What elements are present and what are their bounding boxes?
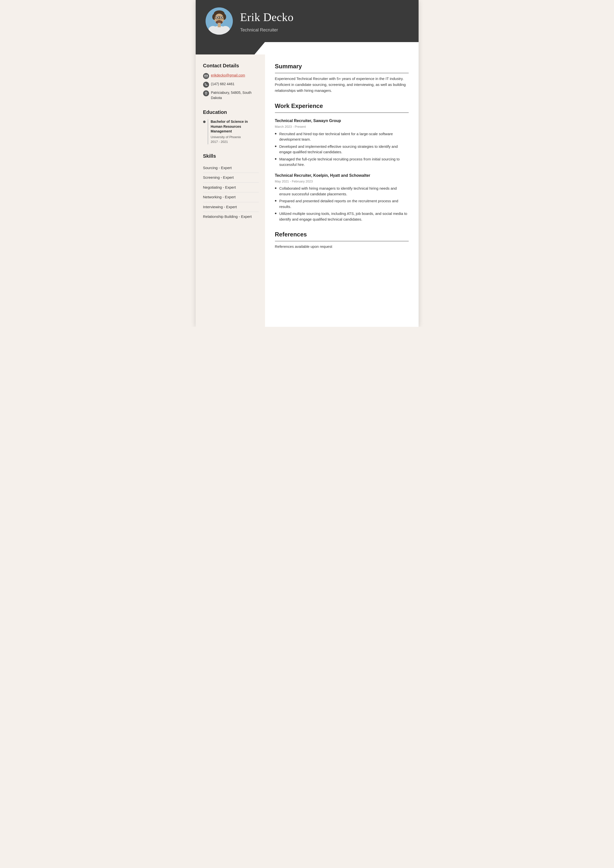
list-item: Prepared and presented detailed reports … — [275, 198, 409, 209]
bullet-dot-icon — [275, 200, 277, 202]
bullet-text: Collaborated with hiring managers to ide… — [280, 186, 409, 197]
svg-rect-19 — [218, 23, 221, 27]
skill-item: Interviewing - Expert — [203, 202, 259, 212]
bullet-text: Recruited and hired top-tier technical t… — [280, 131, 409, 143]
edu-years: 2017 - 2021 — [211, 140, 259, 144]
references-section: References References available upon req… — [275, 230, 409, 250]
chevron-shape — [196, 42, 265, 54]
chevron-divider — [196, 42, 418, 54]
header-info: Erik Decko Technical Recruiter — [240, 9, 409, 33]
contact-section: Contact Details erikdecko@gmail.com — [203, 62, 259, 101]
candidate-name: Erik Decko — [240, 9, 409, 26]
svg-point-8 — [216, 17, 218, 18]
location-icon — [203, 90, 209, 96]
skill-item: Networking - Expert — [203, 192, 259, 202]
work-experience-section-title: Work Experience — [275, 101, 409, 113]
edu-school: University of Phoenix — [211, 135, 259, 140]
bullet-text: Prepared and presented detailed reports … — [280, 198, 409, 209]
contact-section-title: Contact Details — [203, 62, 259, 69]
references-section-title: References — [275, 230, 409, 242]
list-item: Managed the full-cycle technical recruit… — [275, 157, 409, 167]
avatar — [205, 8, 233, 35]
svg-point-9 — [221, 17, 222, 18]
summary-section: Summary Experienced Technical Recruiter … — [275, 62, 409, 94]
skill-item: Sourcing - Expert — [203, 163, 259, 173]
svg-point-21 — [205, 93, 206, 93]
skill-item: Relationship Building - Expert — [203, 212, 259, 222]
job-entry: Technical Recruiter, Koelpin, Hyatt and … — [275, 172, 409, 222]
svg-point-17 — [208, 26, 218, 33]
bullet-dot-icon — [275, 158, 277, 160]
summary-text: Experienced Technical Recruiter with 5+ … — [275, 76, 409, 94]
job-title: Technical Recruiter, Koelpin, Hyatt and … — [275, 172, 409, 178]
bullet-text: Developed and implemented effective sour… — [280, 144, 409, 155]
job-entry: Technical Recruiter, Sawayn GroupMarch 2… — [275, 118, 409, 167]
job-title: Technical Recruiter, Sawayn Group — [275, 118, 409, 124]
bullet-text: Managed the full-cycle technical recruit… — [280, 157, 409, 167]
list-item: Collaborated with hiring managers to ide… — [275, 186, 409, 197]
email-value[interactable]: erikdecko@gmail.com — [211, 73, 245, 78]
list-item: Developed and implemented effective sour… — [275, 144, 409, 155]
job-dates: March 2023 - Present — [275, 124, 409, 129]
phone-icon — [203, 82, 209, 88]
edu-content: Bachelor of Science in Human Resources M… — [208, 119, 259, 144]
edu-degree: Bachelor of Science in Human Resources M… — [211, 119, 259, 134]
skill-item: Screening - Expert — [203, 173, 259, 183]
work-experience-section: Work Experience Technical Recruiter, Saw… — [275, 101, 409, 222]
skills-section: Skills Sourcing - ExpertScreening - Expe… — [203, 152, 259, 222]
email-contact: erikdecko@gmail.com — [203, 73, 259, 79]
sidebar: Contact Details erikdecko@gmail.com — [196, 54, 265, 327]
chevron-right — [265, 42, 418, 54]
skills-section-title: Skills — [203, 152, 259, 160]
location-contact: Patriciabury, 54805, South Dakota — [203, 90, 259, 101]
education-section: Education Bachelor of Science in Human R… — [203, 108, 259, 144]
phone-contact: (147) 682 4461 — [203, 81, 259, 88]
resume-page: Erik Decko Technical Recruiter Contact D… — [196, 0, 418, 327]
summary-section-title: Summary — [275, 62, 409, 73]
edu-bullet-row: Bachelor of Science in Human Resources M… — [203, 119, 259, 144]
edu-bullet-dot — [203, 121, 205, 123]
job-bullets: Recruited and hired top-tier technical t… — [275, 131, 409, 167]
bullet-dot-icon — [275, 133, 277, 135]
email-icon — [203, 73, 209, 79]
location-value: Patriciabury, 54805, South Dakota — [211, 90, 259, 101]
bullet-dot-icon — [275, 188, 277, 189]
bullet-text: Utilized multiple sourcing tools, includ… — [280, 211, 409, 222]
bullet-dot-icon — [275, 213, 277, 214]
candidate-title: Technical Recruiter — [240, 27, 409, 33]
main-content: Summary Experienced Technical Recruiter … — [265, 54, 418, 327]
education-item: Bachelor of Science in Human Resources M… — [203, 119, 259, 144]
bullet-dot-icon — [275, 146, 277, 147]
header: Erik Decko Technical Recruiter — [196, 0, 418, 42]
job-bullets: Collaborated with hiring managers to ide… — [275, 186, 409, 222]
main-layout: Contact Details erikdecko@gmail.com — [196, 54, 418, 327]
jobs-list: Technical Recruiter, Sawayn GroupMarch 2… — [275, 118, 409, 222]
skills-list: Sourcing - ExpertScreening - ExpertNegot… — [203, 163, 259, 222]
job-dates: May 2021 - February 2023 — [275, 179, 409, 184]
svg-point-18 — [221, 26, 230, 33]
references-text: References available upon request — [275, 244, 409, 250]
phone-value: (147) 682 4461 — [211, 81, 235, 87]
skill-item: Negotiating - Expert — [203, 183, 259, 192]
list-item: Recruited and hired top-tier technical t… — [275, 131, 409, 143]
list-item: Utilized multiple sourcing tools, includ… — [275, 211, 409, 222]
education-section-title: Education — [203, 108, 259, 116]
